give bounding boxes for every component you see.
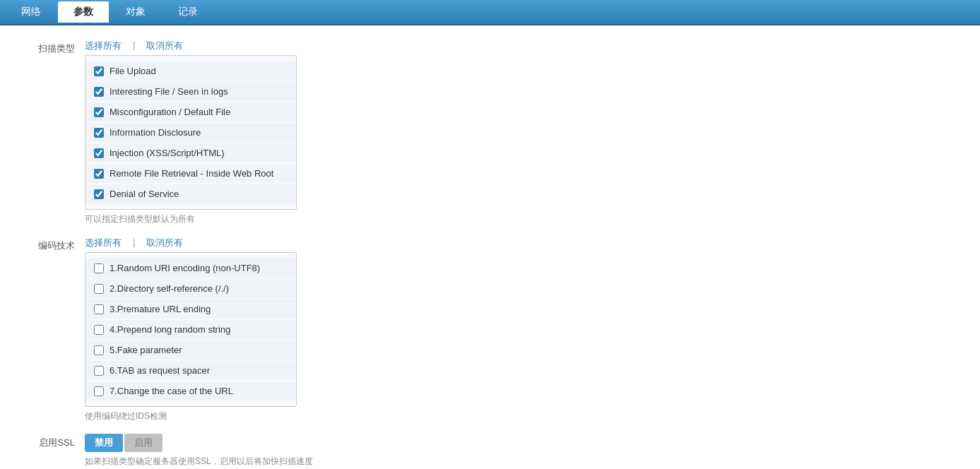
ssl-enable-button[interactable]: 启用: [124, 434, 163, 452]
encoding-item-2[interactable]: 3.Premature URL ending: [85, 299, 296, 319]
ssl-hint: 如果扫描类型确定服务器使用SSL，启用以后将加快扫描速度: [85, 456, 952, 468]
encoding-content: 选择所有 | 取消所有 1.Random URI encoding (non-U…: [85, 237, 952, 422]
scan-type-checkbox-2[interactable]: [94, 107, 104, 117]
scan-type-item-label-2: Misconfiguration / Default File: [110, 107, 230, 117]
encoding-divider: |: [133, 237, 135, 249]
scan-type-section: 扫描类型 选择所有 | 取消所有 File Upload Interesting…: [28, 40, 952, 225]
encoding-checkbox-3[interactable]: [94, 325, 104, 335]
scan-type-checkbox-list: File Upload Interesting File / Seen in l…: [85, 55, 297, 210]
scan-type-checkbox-1[interactable]: [94, 87, 104, 97]
encoding-item-label-4: 5.Fake parameter: [110, 345, 182, 355]
scan-type-item-1[interactable]: Interesting File / Seen in logs: [85, 82, 296, 101]
encoding-item-1[interactable]: 2.Directory self-reference (/./): [85, 279, 296, 298]
tab-objects[interactable]: 对象: [110, 1, 161, 23]
encoding-item-4[interactable]: 5.Fake parameter: [85, 340, 296, 360]
top-navigation: 网络 参数 对象 记录: [0, 0, 980, 25]
scan-type-item-3[interactable]: Information Disclosure: [85, 123, 296, 142]
encoding-item-label-1: 2.Directory self-reference (/./): [110, 283, 229, 294]
scan-type-hint: 可以指定扫描类型默认为所有: [85, 213, 952, 225]
scan-type-item-label-4: Injection (XSS/Script/HTML): [110, 148, 225, 158]
ssl-section: 启用SSL 禁用 启用 如果扫描类型确定服务器使用SSL，启用以后将加快扫描速度: [28, 434, 952, 468]
encoding-item-5[interactable]: 6.TAB as request spacer: [85, 361, 296, 380]
scan-type-item-2[interactable]: Misconfiguration / Default File: [85, 102, 296, 121]
encoding-hint: 使用编码绕过IDS检测: [85, 410, 952, 422]
encoding-label: 编码技术: [28, 237, 85, 252]
encoding-checkbox-4[interactable]: [94, 345, 104, 355]
encoding-checkbox-5[interactable]: [94, 366, 104, 376]
scan-type-divider: |: [133, 40, 135, 52]
encoding-item-label-3: 4.Prepend long random string: [110, 324, 230, 335]
ssl-toggle-group: 禁用 启用: [85, 434, 952, 452]
tab-network[interactable]: 网络: [6, 1, 57, 23]
ssl-content: 禁用 启用 如果扫描类型确定服务器使用SSL，启用以后将加快扫描速度: [85, 434, 952, 468]
scan-type-item-4[interactable]: Injection (XSS/Script/HTML): [85, 143, 296, 162]
encoding-item-label-2: 3.Premature URL ending: [110, 304, 211, 314]
encoding-item-6[interactable]: 7.Change the case of the URL: [85, 381, 296, 400]
encoding-checkbox-list: 1.Random URI encoding (non-UTF8) 2.Direc…: [85, 252, 297, 407]
scan-type-item-6[interactable]: Denial of Service: [85, 184, 296, 203]
encoding-item-0[interactable]: 1.Random URI encoding (non-UTF8): [85, 259, 296, 278]
scan-type-checkbox-6[interactable]: [94, 189, 104, 199]
scan-type-checkbox-0[interactable]: [94, 66, 104, 76]
scan-type-content: 选择所有 | 取消所有 File Upload Interesting File…: [85, 40, 952, 225]
encoding-link-row: 选择所有 | 取消所有: [85, 237, 952, 249]
encoding-checkbox-6[interactable]: [94, 386, 104, 396]
scan-type-link-row: 选择所有 | 取消所有: [85, 40, 952, 52]
scan-type-item-0[interactable]: File Upload: [85, 61, 296, 81]
encoding-section: 编码技术 选择所有 | 取消所有 1.Random URI encoding (…: [28, 237, 952, 422]
encoding-deselect-all[interactable]: 取消所有: [146, 237, 183, 249]
scan-type-label: 扫描类型: [28, 40, 85, 55]
main-content: 扫描类型 选择所有 | 取消所有 File Upload Interesting…: [0, 25, 980, 469]
encoding-item-label-0: 1.Random URI encoding (non-UTF8): [110, 263, 260, 273]
scan-type-item-5[interactable]: Remote File Retrieval - Inside Web Root: [85, 164, 296, 183]
ssl-disable-button[interactable]: 禁用: [85, 434, 123, 452]
scan-type-item-label-5: Remote File Retrieval - Inside Web Root: [110, 168, 273, 179]
tab-records[interactable]: 记录: [163, 1, 213, 23]
tab-params[interactable]: 参数: [58, 1, 109, 23]
encoding-checkbox-0[interactable]: [94, 263, 104, 273]
encoding-checkbox-2[interactable]: [94, 304, 104, 314]
scan-type-deselect-all[interactable]: 取消所有: [146, 40, 183, 52]
encoding-checkbox-1[interactable]: [94, 284, 104, 294]
scan-type-item-label-1: Interesting File / Seen in logs: [110, 86, 228, 97]
scan-type-item-label-6: Denial of Service: [110, 189, 179, 199]
ssl-label: 启用SSL: [28, 434, 85, 449]
scan-type-checkbox-4[interactable]: [94, 148, 104, 158]
scan-type-item-label-0: File Upload: [110, 66, 156, 76]
encoding-item-3[interactable]: 4.Prepend long random string: [85, 320, 296, 339]
scan-type-checkbox-3[interactable]: [94, 128, 104, 138]
scan-type-item-label-3: Information Disclosure: [110, 127, 201, 138]
encoding-item-label-5: 6.TAB as request spacer: [110, 365, 210, 376]
encoding-select-all[interactable]: 选择所有: [85, 237, 122, 249]
scan-type-select-all[interactable]: 选择所有: [85, 40, 122, 52]
encoding-item-label-6: 7.Change the case of the URL: [110, 386, 233, 396]
scan-type-checkbox-5[interactable]: [94, 169, 104, 179]
